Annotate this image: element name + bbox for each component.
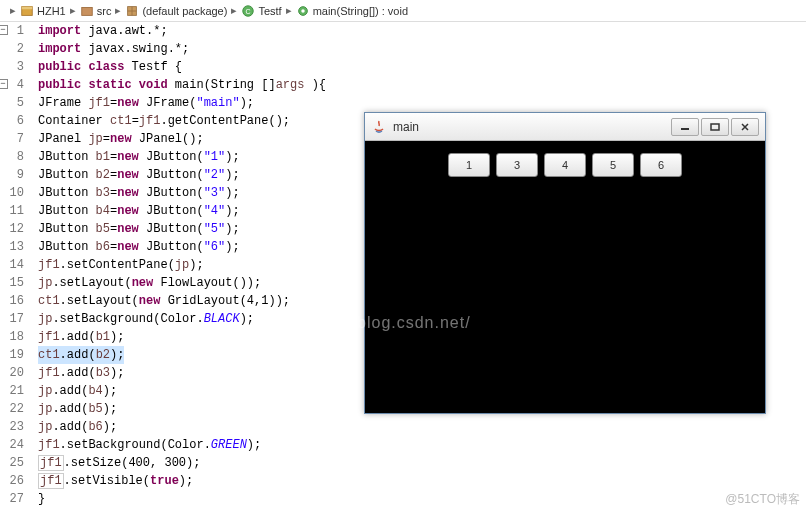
line-number: −1 [0,22,24,40]
window-content-pane: 13456 [365,141,765,413]
breadcrumb-method[interactable]: main(String[]) : void [296,4,408,18]
breadcrumb-src[interactable]: src [80,4,112,18]
corner-watermark: @51CTO博客 [725,491,800,508]
line-number: 6 [0,112,24,130]
project-icon [20,4,34,18]
window-titlebar[interactable]: main [365,113,765,141]
code-line[interactable]: jf1.setSize(400, 300); [38,454,806,472]
code-line[interactable]: import java.awt.*; [38,22,806,40]
jbutton-5[interactable]: 5 [592,153,634,177]
svg-rect-2 [81,7,92,15]
java-app-window: main 13456 [364,112,766,414]
chevron-right-icon: ▸ [231,4,237,17]
line-number: 16 [0,292,24,310]
line-number: 21 [0,382,24,400]
line-number: 10 [0,184,24,202]
class-icon: C [241,4,255,18]
breadcrumb-label: Testf [258,5,281,17]
java-icon [371,119,387,135]
line-gutter: −123−45678910111213141516171819202122232… [0,22,30,512]
chevron-right-icon: ▸ [286,4,292,17]
breadcrumb-package[interactable]: (default package) [125,4,227,18]
line-number: 26 [0,472,24,490]
code-line[interactable]: jp.add(b6); [38,418,806,436]
line-number: 12 [0,220,24,238]
line-number: 8 [0,148,24,166]
jbutton-3[interactable]: 3 [496,153,538,177]
line-number: −4 [0,76,24,94]
line-number: 23 [0,418,24,436]
close-button[interactable] [731,118,759,136]
line-number: 27 [0,490,24,508]
code-line[interactable]: public class Testf { [38,58,806,76]
line-number: 18 [0,328,24,346]
code-line[interactable]: public static void main(String []args ){ [38,76,806,94]
breadcrumb-label: (default package) [142,5,227,17]
svg-text:C: C [246,7,251,14]
line-number: 13 [0,238,24,256]
minimize-button[interactable] [671,118,699,136]
jbutton-1[interactable]: 1 [448,153,490,177]
breadcrumb-label: HZH1 [37,5,66,17]
svg-point-9 [301,9,305,13]
package-icon [125,4,139,18]
line-number: 11 [0,202,24,220]
code-line[interactable]: JFrame jf1=new JFrame("main"); [38,94,806,112]
line-number: 20 [0,364,24,382]
maximize-button[interactable] [701,118,729,136]
line-number: 2 [0,40,24,58]
breadcrumb-class[interactable]: C Testf [241,4,281,18]
code-line[interactable]: import javax.swing.*; [38,40,806,58]
folder-icon [80,4,94,18]
line-number: 19 [0,346,24,364]
code-line[interactable]: } [38,490,806,508]
line-number: 17 [0,310,24,328]
fold-icon[interactable]: − [0,25,8,35]
line-number: 7 [0,130,24,148]
code-line[interactable]: jf1.setBackground(Color.GREEN); [38,436,806,454]
line-number: 3 [0,58,24,76]
code-line[interactable]: jf1.setVisible(true); [38,472,806,490]
breadcrumb: ▸ HZH1 ▸ src ▸ (default package) ▸ C Tes… [0,0,806,22]
line-number: 22 [0,400,24,418]
chevron-right-icon: ▸ [70,4,76,17]
line-number: 15 [0,274,24,292]
chevron-right-icon: ▸ [115,4,121,17]
fold-icon[interactable]: − [0,79,8,89]
window-title: main [393,120,671,134]
breadcrumb-project[interactable]: HZH1 [20,4,66,18]
line-number: 24 [0,436,24,454]
jbutton-6[interactable]: 6 [640,153,682,177]
line-number: 14 [0,256,24,274]
svg-rect-1 [22,6,33,9]
breadcrumb-label: main(String[]) : void [313,5,408,17]
svg-rect-11 [711,124,719,130]
line-number: 9 [0,166,24,184]
breadcrumb-label: src [97,5,112,17]
line-number: 25 [0,454,24,472]
line-number: 5 [0,94,24,112]
svg-rect-10 [681,128,689,130]
method-icon [296,4,310,18]
chevron-right-icon: ▸ [10,4,16,17]
jbutton-4[interactable]: 4 [544,153,586,177]
